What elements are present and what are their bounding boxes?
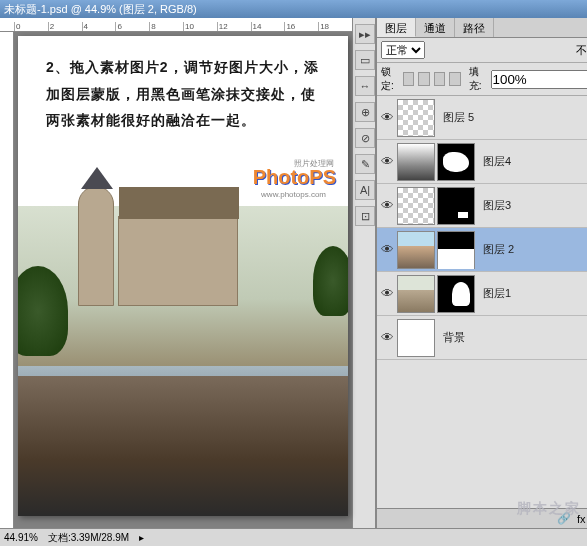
- layer-row[interactable]: 👁 图层1: [377, 272, 587, 316]
- visibility-toggle[interactable]: 👁: [379, 110, 395, 125]
- layer-thumbnail[interactable]: [397, 99, 435, 137]
- site-watermark: 脚本之家: [517, 500, 581, 518]
- ruler-horizontal: 024681012141618: [0, 18, 352, 32]
- layer-row[interactable]: 👁 图层4: [377, 140, 587, 184]
- canvas-zone: 024681012141618 2、拖入素材图片2，调节好图片大小，添加图层蒙版…: [0, 18, 352, 528]
- tab-paths[interactable]: 路径: [455, 18, 494, 37]
- lock-row: 锁定: 填充: ▸: [377, 63, 587, 96]
- visibility-toggle[interactable]: 👁: [379, 286, 395, 301]
- ruler-vertical: [0, 32, 14, 528]
- blend-mode-select[interactable]: 正常: [381, 41, 425, 59]
- rect-icon[interactable]: ⊡: [355, 206, 375, 226]
- opacity-label: 不透明度:: [576, 43, 588, 58]
- lock-all-icon[interactable]: [449, 72, 460, 86]
- lock-pixels-icon[interactable]: [418, 72, 429, 86]
- title-text: 未标题-1.psd @ 44.9% (图层 2, RGB/8): [4, 2, 197, 17]
- blend-row: 正常 不透明度: ▸: [377, 38, 587, 63]
- layer-thumbnail[interactable]: [397, 187, 435, 225]
- document-title: 未标题-1.psd @ 44.9% (图层 2, RGB/8): [0, 0, 587, 18]
- mask-thumbnail[interactable]: [437, 143, 475, 181]
- layer-thumbnail[interactable]: [397, 275, 435, 313]
- vertical-toolbar: ▸▸ ▭ ↔ ⊕ ⊘ ✎ A| ⊡: [352, 18, 376, 528]
- layer-name[interactable]: 图层 5: [437, 110, 474, 125]
- brush-icon[interactable]: ✎: [355, 154, 375, 174]
- visibility-toggle[interactable]: 👁: [379, 330, 395, 345]
- mask-thumbnail[interactable]: [437, 231, 475, 269]
- layer-thumbnail[interactable]: [397, 231, 435, 269]
- layer-name[interactable]: 图层1: [477, 286, 511, 301]
- layer-row[interactable]: 👁 图层 2: [377, 228, 587, 272]
- layer-thumbnail[interactable]: [397, 319, 435, 357]
- canvas[interactable]: 2、拖入素材图片2，调节好图片大小，添加图层蒙版，用黑色画笔涂抹交接处，使两张素…: [14, 32, 352, 528]
- mask-thumbnail[interactable]: [437, 187, 475, 225]
- visibility-toggle[interactable]: 👁: [379, 242, 395, 257]
- zoom-level[interactable]: 44.91%: [4, 532, 38, 543]
- move-icon[interactable]: ↔: [355, 76, 375, 96]
- layer-name[interactable]: 图层 2: [477, 242, 514, 257]
- doc-info: 文档:3.39M/28.9M: [48, 531, 129, 545]
- logo-url: www.photops.com: [261, 190, 326, 199]
- info-arrow-icon[interactable]: ▸: [139, 532, 144, 543]
- layers-panel: 图层 通道 路径 正常 不透明度: ▸ 锁定: 填充: ▸ 👁: [376, 18, 587, 528]
- status-bar: 44.91% 文档:3.39M/28.9M ▸: [0, 528, 587, 546]
- cancel-icon[interactable]: ⊘: [355, 128, 375, 148]
- crop-icon[interactable]: ▭: [355, 50, 375, 70]
- layer-name[interactable]: 图层4: [477, 154, 511, 169]
- layer-row[interactable]: 👁 图层3: [377, 184, 587, 228]
- layer-thumbnail[interactable]: [397, 143, 435, 181]
- lock-position-icon[interactable]: [434, 72, 445, 86]
- text-icon[interactable]: A|: [355, 180, 375, 200]
- fill-label: 填充:: [469, 65, 487, 93]
- lock-transparency-icon[interactable]: [403, 72, 414, 86]
- fill-input[interactable]: [491, 70, 587, 89]
- composite-image: [18, 206, 348, 516]
- layer-row[interactable]: 👁 图层 5: [377, 96, 587, 140]
- photops-logo: PhotoPS: [253, 166, 336, 189]
- tab-channels[interactable]: 通道: [416, 18, 455, 37]
- visibility-toggle[interactable]: 👁: [379, 154, 395, 169]
- instruction-text: 2、拖入素材图片2，调节好图片大小，添加图层蒙版，用黑色画笔涂抹交接处，使两张素…: [18, 36, 348, 140]
- artwork: 2、拖入素材图片2，调节好图片大小，添加图层蒙版，用黑色画笔涂抹交接处，使两张素…: [18, 36, 348, 516]
- layer-row[interactable]: 👁 背景 🔒: [377, 316, 587, 360]
- layer-list: 👁 图层 5 👁 图层4 👁 图层3 👁 图层 2: [377, 96, 587, 508]
- visibility-toggle[interactable]: 👁: [379, 198, 395, 213]
- mask-thumbnail[interactable]: [437, 275, 475, 313]
- zoom-icon[interactable]: ⊕: [355, 102, 375, 122]
- layer-name[interactable]: 图层3: [477, 198, 511, 213]
- panel-tabs: 图层 通道 路径: [377, 18, 587, 38]
- arrange-icon[interactable]: ▸▸: [355, 24, 375, 44]
- lock-label: 锁定:: [381, 65, 399, 93]
- tab-layers[interactable]: 图层: [377, 18, 416, 37]
- layer-name[interactable]: 背景: [437, 330, 465, 345]
